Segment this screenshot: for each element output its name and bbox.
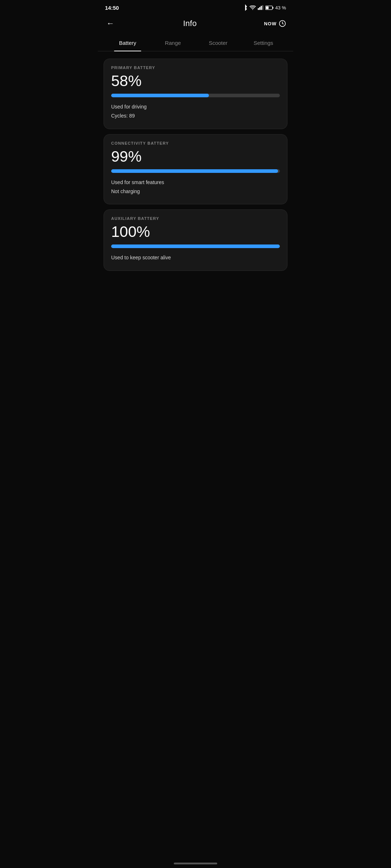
status-bar: 14:50 43 % xyxy=(98,0,293,14)
connectivity-battery-bar-container xyxy=(111,169,280,173)
auxiliary-battery-bar-container xyxy=(111,244,280,248)
auxiliary-battery-label: AUXILIARY BATTERY xyxy=(111,216,280,221)
tab-scooter[interactable]: Scooter xyxy=(196,35,241,51)
tabs-container: Battery Range Scooter Settings xyxy=(98,35,293,51)
primary-battery-bar-fill xyxy=(111,94,209,97)
primary-battery-cycles: Cycles: 89 xyxy=(111,111,280,120)
primary-battery-use: Used for driving xyxy=(111,102,280,111)
connectivity-battery-use: Used for smart features xyxy=(111,178,280,187)
device-battery-icon xyxy=(265,5,273,10)
auxiliary-battery-percentage: 100% xyxy=(111,224,280,240)
signal-icon xyxy=(258,5,264,10)
now-label: NOW xyxy=(264,21,277,26)
connectivity-battery-label: CONNECTIVITY BATTERY xyxy=(111,141,280,145)
connectivity-battery-card: CONNECTIVITY BATTERY 99% Used for smart … xyxy=(104,134,287,205)
auxiliary-battery-bar-fill xyxy=(111,244,280,248)
svg-rect-1 xyxy=(259,7,260,10)
connectivity-battery-desc: Used for smart features Not charging xyxy=(111,178,280,196)
tab-battery[interactable]: Battery xyxy=(105,35,150,51)
svg-rect-6 xyxy=(266,6,269,9)
primary-battery-bar-container xyxy=(111,94,280,97)
battery-content: PRIMARY BATTERY 58% Used for driving Cyc… xyxy=(98,51,293,278)
primary-battery-percentage: 58% xyxy=(111,73,280,89)
primary-battery-card: PRIMARY BATTERY 58% Used for driving Cyc… xyxy=(104,59,287,129)
auxiliary-battery-card: AUXILIARY BATTERY 100% Used to keep scoo… xyxy=(104,209,287,271)
connectivity-battery-charging: Not charging xyxy=(111,187,280,196)
bluetooth-icon xyxy=(243,4,248,11)
tab-settings[interactable]: Settings xyxy=(241,35,286,51)
battery-percentage: 43 % xyxy=(275,5,286,10)
now-button[interactable]: NOW xyxy=(264,20,286,27)
svg-rect-0 xyxy=(258,8,259,10)
auxiliary-battery-use: Used to keep scooter alive xyxy=(111,253,280,262)
svg-rect-3 xyxy=(262,5,263,10)
primary-battery-label: PRIMARY BATTERY xyxy=(111,65,280,70)
status-icons: 43 % xyxy=(243,4,286,11)
clock-icon xyxy=(279,20,286,27)
tab-range[interactable]: Range xyxy=(150,35,196,51)
page-title: Info xyxy=(183,19,197,28)
connectivity-battery-bar-fill xyxy=(111,169,278,173)
svg-rect-5 xyxy=(273,7,273,8)
connectivity-battery-percentage: 99% xyxy=(111,148,280,165)
svg-rect-2 xyxy=(261,6,262,10)
status-time: 14:50 xyxy=(105,5,119,11)
auxiliary-battery-desc: Used to keep scooter alive xyxy=(111,253,280,262)
back-button[interactable]: ← xyxy=(105,17,116,30)
header: ← Info NOW xyxy=(98,14,293,35)
wifi-icon xyxy=(249,5,256,10)
primary-battery-desc: Used for driving Cycles: 89 xyxy=(111,102,280,120)
